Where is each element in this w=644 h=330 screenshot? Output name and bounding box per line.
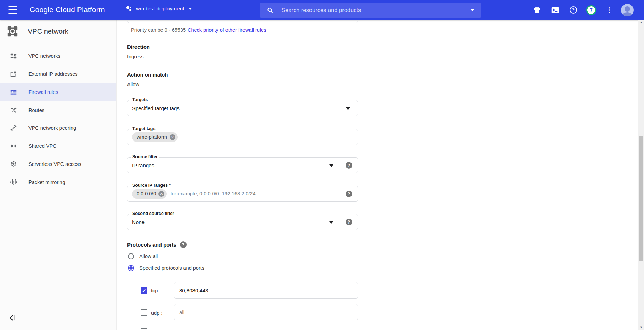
- search-icon: [267, 7, 274, 14]
- search-input[interactable]: [281, 7, 467, 14]
- help-icon[interactable]: ?: [564, 6, 582, 14]
- chevron-down-icon[interactable]: [329, 221, 333, 224]
- sidebar-title: VPC network: [28, 27, 68, 35]
- protocols-heading: Protocols and ports: [127, 242, 176, 248]
- sidebar: VPC network VPC networks External IP add…: [0, 20, 117, 330]
- target-tag-chip: wme-platform ✕: [132, 132, 178, 142]
- other-protocols-checkbox[interactable]: [141, 328, 147, 330]
- scrollbar-thumb[interactable]: [639, 136, 643, 261]
- specified-protocols-radio[interactable]: [128, 265, 134, 271]
- targets-label: Targets: [131, 97, 149, 102]
- allow-all-radio[interactable]: [128, 253, 134, 259]
- product-logo[interactable]: Google Cloud Platform: [30, 6, 105, 14]
- packet-mirroring-icon: [10, 178, 17, 186]
- sidebar-item-shared-vpc[interactable]: Shared VPC: [0, 137, 116, 155]
- routes-icon: [10, 106, 17, 114]
- second-source-filter-select[interactable]: Second source filter None ?: [127, 214, 358, 230]
- source-filter-value: IP ranges: [132, 162, 154, 168]
- search-bar[interactable]: [260, 3, 481, 18]
- source-ip-chip: 0.0.0.0/0 ✕: [132, 189, 167, 199]
- protocols-heading-row: Protocols and ports ?: [127, 241, 187, 248]
- sidebar-item-vpc-networks[interactable]: VPC networks: [0, 47, 116, 65]
- project-selector[interactable]: wm-test-deployment: [125, 5, 192, 13]
- scroll-down-arrow[interactable]: ▼: [638, 325, 644, 330]
- priority-helper-text: Priority can be 0 - 65535Check priority …: [131, 27, 266, 33]
- menu-icon[interactable]: [8, 6, 17, 14]
- targets-select[interactable]: Targets Specified target tags: [127, 100, 358, 116]
- tcp-label: tcp :: [151, 288, 160, 293]
- vpc-networks-icon: [10, 52, 17, 60]
- sidebar-item-firewall-rules[interactable]: Firewall rules: [0, 83, 116, 101]
- source-ip-placeholder: for example, 0.0.0.0/0, 192.168.2.0/24: [170, 191, 255, 196]
- action-heading: Action on match: [127, 72, 168, 78]
- source-filter-help-icon[interactable]: ?: [346, 162, 352, 169]
- target-tags-field[interactable]: Target tags wme-platform ✕: [127, 129, 358, 145]
- tcp-checkbox[interactable]: ✓: [141, 287, 147, 294]
- direction-heading: Direction: [127, 44, 150, 50]
- scrollbar[interactable]: ▲ ▼: [638, 20, 644, 330]
- sidebar-item-packet-mirroring[interactable]: Packet mirroring: [0, 173, 116, 191]
- chevron-down-icon[interactable]: [329, 164, 333, 167]
- check-priority-link[interactable]: Check priority of other firewall rules: [188, 27, 266, 33]
- source-ip-help-icon[interactable]: ?: [346, 191, 352, 197]
- tcp-ports-input[interactable]: [174, 282, 358, 299]
- source-ip-ranges-label: Source IP ranges *: [131, 183, 172, 188]
- second-source-filter-label: Second source filter: [131, 211, 176, 216]
- firewall-rule-form: Priority can be 0 - 65535Check priority …: [117, 0, 638, 330]
- specified-protocols-label[interactable]: Specified protocols and ports: [139, 265, 204, 271]
- chevron-down-icon[interactable]: [346, 107, 350, 110]
- vpc-network-product-icon: [7, 25, 18, 37]
- external-ip-icon: [10, 70, 17, 78]
- firewall-rules-icon: [10, 88, 17, 96]
- collapse-sidebar-button[interactable]: [9, 314, 17, 322]
- sidebar-header: VPC network: [0, 20, 116, 43]
- chevron-down-icon: [189, 8, 192, 10]
- sidebar-item-serverless-vpc-access[interactable]: Serverless VPC access: [0, 155, 116, 173]
- top-app-bar: Google Cloud Platform wm-test-deployment: [0, 0, 644, 20]
- notifications-badge[interactable]: 7: [582, 5, 600, 15]
- sidebar-item-external-ip-addresses[interactable]: External IP addresses: [0, 65, 116, 83]
- more-options-icon[interactable]: ⋮: [600, 7, 618, 13]
- udp-ports-input[interactable]: [174, 304, 358, 320]
- allow-all-label[interactable]: Allow all: [139, 253, 158, 259]
- target-tags-label: Target tags: [131, 126, 157, 131]
- sidebar-item-vpc-network-peering[interactable]: VPC network peering: [0, 119, 116, 137]
- action-value: Allow: [127, 82, 139, 87]
- search-dropdown-icon[interactable]: [471, 9, 474, 11]
- second-source-filter-help-icon[interactable]: ?: [346, 219, 352, 225]
- source-ip-ranges-field[interactable]: Source IP ranges * 0.0.0.0/0 ✕ for examp…: [127, 186, 358, 202]
- project-name: wm-test-deployment: [136, 6, 184, 12]
- cloud-shell-icon[interactable]: [546, 6, 564, 15]
- gcp-console: Google Cloud Platform wm-test-deployment: [0, 0, 644, 330]
- sidebar-item-routes[interactable]: Routes: [0, 101, 116, 119]
- targets-value: Specified target tags: [132, 105, 180, 111]
- remove-tag-icon[interactable]: ✕: [170, 134, 175, 140]
- project-icon: [125, 5, 133, 13]
- gift-icon[interactable]: [528, 6, 546, 14]
- serverless-vpc-access-icon: [10, 160, 17, 168]
- direction-value: Ingress: [127, 54, 144, 59]
- remove-ip-icon[interactable]: ✕: [158, 191, 164, 197]
- divider: [0, 43, 116, 43]
- protocols-help-icon[interactable]: ?: [180, 241, 187, 248]
- vpc-network-peering-icon: [10, 124, 17, 132]
- shared-vpc-icon: [10, 142, 17, 150]
- source-filter-select[interactable]: Source filter IP ranges ?: [127, 157, 358, 173]
- udp-checkbox[interactable]: ✓: [141, 309, 147, 316]
- avatar[interactable]: [618, 4, 636, 16]
- source-filter-label: Source filter: [131, 154, 159, 159]
- second-source-filter-value: None: [132, 219, 145, 225]
- scroll-up-arrow[interactable]: ▲: [638, 20, 644, 25]
- udp-label: udp :: [151, 310, 162, 316]
